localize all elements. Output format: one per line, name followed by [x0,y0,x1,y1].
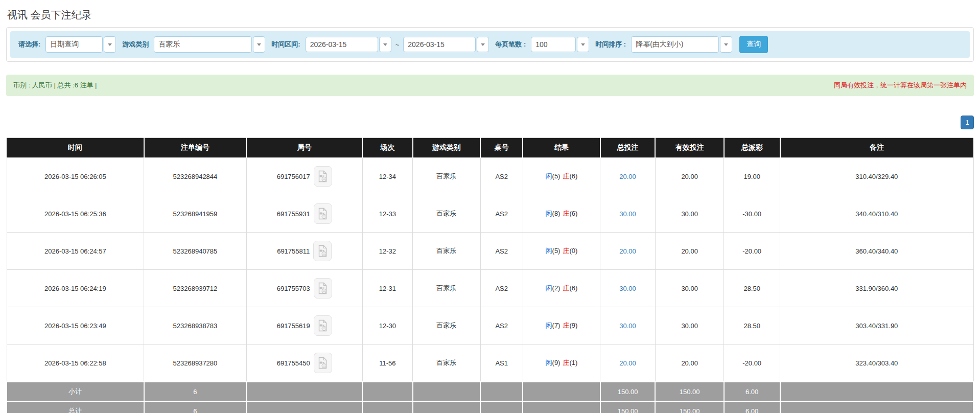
header-session: 场次 [362,138,412,158]
cell-valid-bet: 30.00 [655,195,724,233]
cell-valid-bet: 30.00 [655,307,724,345]
header-game-type: 游戏类别 [413,138,480,158]
result-player-value: (9) [552,359,561,366]
cell-session: 12-31 [362,270,412,307]
cell-game-type: 百家乐 [413,345,480,382]
subtotal-count: 6 [144,382,247,401]
video-file-icon [318,208,328,220]
cell-game-type: 百家乐 [413,233,480,270]
search-button[interactable]: 查询 [739,36,768,53]
footer-empty-cell [480,382,523,401]
time-range-label: 时间区间: [271,40,300,49]
total-bet-link[interactable]: 30.00 [619,285,636,292]
page-size-select[interactable]: 100 [531,37,589,52]
footer-empty-cell [780,382,973,401]
page-size-label: 每页笔数 : [495,40,526,49]
result-banker-value: (1) [569,359,577,366]
game-type-label: 游戏类别 [122,40,149,49]
result-player-value: (5) [552,172,561,180]
game-type-value[interactable]: 百家乐 [154,36,252,53]
video-replay-button[interactable] [314,203,332,224]
date-to-select[interactable]: 2026-03-15 [403,37,489,52]
video-replay-button[interactable] [314,166,332,187]
table-footer: 小计 6 150.00 150.00 6.00 总计 6 150.00 150.… [7,382,973,413]
time-sort-dropdown-button[interactable] [720,36,732,53]
cell-table-number: AS1 [480,345,523,382]
game-type-dropdown-button[interactable] [253,36,265,53]
video-replay-button[interactable] [313,241,332,261]
total-bet-link[interactable]: 20.00 [619,247,636,255]
subtotal-payout: 6.00 [724,382,780,401]
date-from-select[interactable]: 2026-03-15 [306,37,391,52]
subtotal-label: 小计 [7,382,144,401]
date-to-dropdown-button[interactable] [477,37,489,52]
cell-round-id: 691755450 [246,345,362,382]
cell-payout: -20.00 [724,345,780,382]
header-time: 时间 [7,138,144,158]
page-size-value[interactable]: 100 [531,37,576,52]
date-from-value[interactable]: 2026-03-15 [306,37,378,52]
video-replay-button[interactable] [314,278,332,299]
total-bet-link[interactable]: 30.00 [619,322,636,330]
video-replay-button[interactable] [314,353,332,373]
table-body: 2026-03-15 06:26:05 523268942844 6917560… [7,158,973,382]
page-title: 视讯 会员下注纪录 [7,8,973,22]
footer-empty-cell [780,401,973,413]
total-bet-link[interactable]: 30.00 [619,210,636,218]
video-file-icon [318,282,328,294]
cell-session: 12-33 [362,195,412,233]
page-size-dropdown-button[interactable] [577,37,589,52]
cell-payout: 28.50 [724,270,780,307]
cell-bet-id: 523268939712 [144,270,247,307]
cell-valid-bet: 30.00 [655,270,724,307]
cell-result: 闲(9)庄(1) [523,345,600,382]
cell-time: 2026-03-15 06:25:36 [7,195,144,233]
time-sort-value[interactable]: 降幂(由大到小) [631,36,719,53]
cell-valid-bet: 20.00 [655,345,724,382]
chevron-down-icon [581,43,585,46]
time-sort-select[interactable]: 降幂(由大到小) [631,36,732,53]
result-banker-value: (6) [569,210,577,217]
query-type-dropdown-button[interactable] [104,36,116,53]
result-player-label: 闲 [546,359,552,366]
result-banker-label: 庄 [563,284,569,292]
cell-note: 340.40/310.40 [780,195,973,233]
cell-round-id: 691755703 [246,270,362,307]
cell-valid-bet: 20.00 [655,233,724,270]
total-bet-link[interactable]: 20.00 [619,173,636,180]
cell-time: 2026-03-15 06:24:19 [7,270,144,307]
table-row: 2026-03-15 06:24:19 523268939712 6917557… [7,270,973,307]
result-player-label: 闲 [546,247,552,255]
query-type-value[interactable]: 日期查询 [45,36,103,53]
cell-result: 闲(7)庄(9) [523,307,600,345]
total-bet-link[interactable]: 20.00 [619,359,636,367]
video-file-icon [318,357,328,369]
video-file-icon [318,319,328,332]
result-banker-value: (6) [569,172,577,180]
footer-empty-cell [413,401,480,413]
date-from-dropdown-button[interactable] [379,37,391,52]
cell-bet-id: 523268941959 [144,195,247,233]
date-to-value[interactable]: 2026-03-15 [403,37,476,52]
cell-payout: -30.00 [724,195,780,233]
filter-bar: 请选择: 日期查询 游戏类别 百家乐 时间区间: 2026-03-15 ~ 20… [10,31,970,58]
page-1-button[interactable]: 1 [961,116,974,129]
cell-total-bet: 20.00 [600,158,656,195]
cell-bet-id: 523268942844 [144,158,247,195]
cell-time: 2026-03-15 06:23:49 [7,307,144,345]
result-player-label: 闲 [546,172,552,180]
query-type-select[interactable]: 日期查询 [45,36,116,53]
game-type-select[interactable]: 百家乐 [154,36,265,53]
cell-total-bet: 30.00 [600,307,656,345]
cell-time: 2026-03-15 06:24:57 [7,233,144,270]
result-banker-label: 庄 [563,247,569,255]
header-payout: 总派彩 [724,138,780,158]
result-player-value: (5) [552,247,561,255]
time-sort-label: 时间排序 : [595,40,626,49]
chevron-down-icon [481,43,485,46]
round-number: 691755931 [277,210,310,218]
cell-note: 310.40/329.40 [780,158,973,195]
video-replay-button[interactable] [314,315,332,336]
result-banker-label: 庄 [563,172,569,180]
result-player-value: (8) [552,210,561,217]
